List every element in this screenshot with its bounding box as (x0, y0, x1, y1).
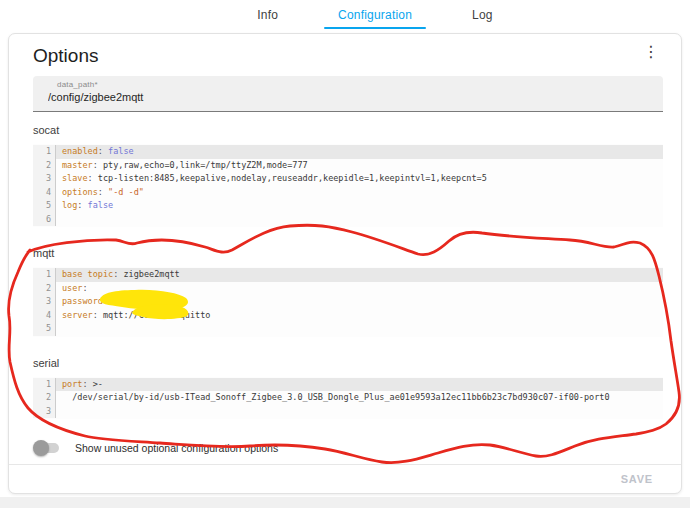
editor-line: 4server: mqtt://core-mosquitto (33, 309, 663, 323)
line-number: 1 (33, 378, 56, 392)
line-number: 2 (33, 159, 56, 173)
editor-line: 6 (33, 213, 663, 227)
editor-line: 3 (33, 405, 663, 419)
line-number: 3 (33, 172, 56, 186)
show-unused-options-row: Show unused optional configuration optio… (33, 441, 278, 455)
kebab-menu-icon[interactable]: ⋮ (639, 40, 663, 64)
line-number: 3 (33, 405, 56, 419)
yaml-editor-serial[interactable]: 1port: >-2 /dev/serial/by-id/usb-ITead_S… (33, 377, 663, 420)
code-text: log: false (56, 199, 663, 213)
data-path-input[interactable] (48, 89, 653, 103)
card-title: Options (33, 45, 98, 67)
code-text: master: pty,raw,echo=0,link=/tmp/ttyZ2M,… (56, 159, 663, 173)
code-text: user: (56, 282, 663, 296)
section-label-mqtt: mqtt (33, 247, 663, 259)
config-section-mqtt: mqtt1base topic: zigbee2mqtt2user:3passw… (33, 247, 663, 337)
line-number: 4 (33, 309, 56, 323)
code-text: options: "-d -d" (56, 186, 663, 200)
editor-line: 3password: (33, 295, 663, 309)
save-button[interactable]: SAVE (615, 472, 659, 486)
toggle-thumb-icon (33, 440, 49, 456)
editor-line: 1base topic: zigbee2mqtt (33, 268, 663, 282)
code-text: base topic: zigbee2mqtt (56, 268, 663, 282)
tab-log[interactable]: Log (458, 0, 507, 31)
show-unused-options-label: Show unused optional configuration optio… (75, 442, 278, 454)
yaml-editor-socat[interactable]: 1enabled: false2master: pty,raw,echo=0,l… (33, 144, 663, 227)
line-number: 1 (33, 145, 56, 159)
tab-info[interactable]: Info (243, 0, 292, 31)
yaml-editor-mqtt[interactable]: 1base topic: zigbee2mqtt2user:3password:… (33, 267, 663, 337)
page-bottom-strip (0, 497, 690, 508)
code-text: slave: tcp-listen:8485,keepalive,nodelay… (56, 172, 663, 186)
tab-configuration[interactable]: Configuration (324, 0, 426, 31)
code-text: port: >- (56, 378, 663, 392)
code-text: server: mqtt://core-mosquitto (56, 309, 663, 323)
editor-line: 1enabled: false (33, 145, 663, 159)
code-text (56, 213, 663, 227)
section-label-serial: serial (33, 357, 663, 369)
line-number: 6 (33, 213, 56, 227)
line-number: 4 (33, 186, 56, 200)
editor-line: 2 /dev/serial/by-id/usb-ITead_Sonoff_Zig… (33, 391, 663, 405)
config-section-serial: serial1port: >-2 /dev/serial/by-id/usb-I… (33, 357, 663, 420)
code-text (56, 322, 663, 336)
code-text: password: (56, 295, 663, 309)
line-number: 1 (33, 268, 56, 282)
options-card: Options ⋮ data_path* socat1enabled: fals… (8, 33, 682, 494)
editor-line: 4options: "-d -d" (33, 186, 663, 200)
card-footer: SAVE (9, 465, 681, 493)
code-text: enabled: false (56, 145, 663, 159)
line-number: 5 (33, 322, 56, 336)
line-number: 2 (33, 282, 56, 296)
line-number: 5 (33, 199, 56, 213)
config-sections: socat1enabled: false2master: pty,raw,ech… (33, 124, 663, 439)
data-path-field-label: data_path* (33, 76, 663, 89)
editor-line: 3slave: tcp-listen:8485,keepalive,nodela… (33, 172, 663, 186)
line-number: 2 (33, 391, 56, 405)
data-path-field[interactable]: data_path* (33, 76, 663, 112)
editor-line: 5 (33, 322, 663, 336)
show-unused-options-toggle[interactable] (33, 441, 61, 455)
editor-line: 2user: (33, 282, 663, 296)
editor-line: 2master: pty,raw,echo=0,link=/tmp/ttyZ2M… (33, 159, 663, 173)
section-label-socat: socat (33, 124, 663, 136)
config-section-socat: socat1enabled: false2master: pty,raw,ech… (33, 124, 663, 227)
line-number: 3 (33, 295, 56, 309)
editor-line: 5log: false (33, 199, 663, 213)
code-text (56, 405, 663, 419)
editor-line: 1port: >- (33, 378, 663, 392)
code-text: /dev/serial/by-id/usb-ITead_Sonoff_Zigbe… (56, 391, 663, 405)
addon-tab-bar: Info Configuration Log (30, 0, 690, 30)
